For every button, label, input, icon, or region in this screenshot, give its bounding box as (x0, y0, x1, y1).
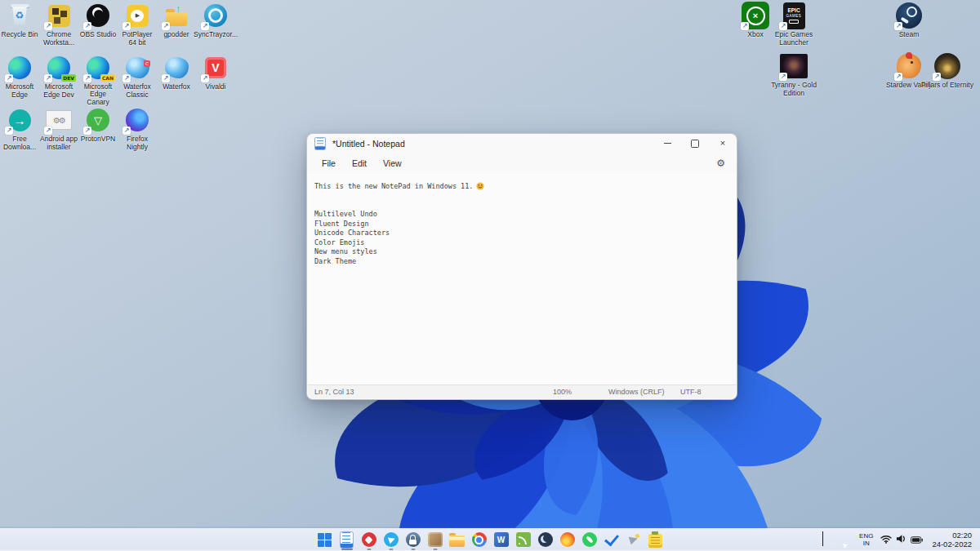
taskbar-item-vault[interactable] (424, 528, 446, 551)
taskbar-item-telegram[interactable] (380, 528, 402, 551)
desktop-icon-label: gpodder (163, 31, 189, 39)
desktop-left-icons: ♻Recycle Bin↗Chrome Worksta...↗OBS Studi… (0, 2, 235, 158)
desktop-icon-label: Microsoft Edge (0, 83, 39, 99)
line-text: Color Emojis (314, 238, 364, 247)
shortcut-arrow-icon: ↗ (122, 74, 131, 82)
notepad-statusbar: Ln 7, Col 13 100% Windows (CRLF) UTF-8 (308, 384, 736, 398)
taskbar-item-keepass[interactable] (402, 528, 424, 551)
notepad-window: *Untitled - Notepad × FileEditView ⚙ Thi… (306, 133, 737, 400)
notepad-titlebar[interactable]: *Untitled - Notepad × (307, 134, 737, 153)
feed-icon (514, 530, 533, 549)
desktop-icon-firefox-nightly[interactable]: ↗Firefox Nightly (118, 106, 157, 158)
desktop-icon-tyranny-gold-edition[interactable]: ↗Tyranny - Gold Edition (765, 52, 822, 97)
zoom-level[interactable]: 100% (553, 388, 572, 396)
battery-icon[interactable] (911, 532, 923, 547)
desktop-icon-android-app-installer[interactable]: ⚙⚙↗Android app installer (39, 106, 78, 158)
menu-view[interactable]: View (375, 156, 410, 171)
steam-icon: ↗ (895, 2, 923, 29)
word-icon: W (492, 530, 511, 549)
taskbar-item-chrome[interactable] (468, 528, 490, 551)
desktop-icon-recycle-bin[interactable]: ♻Recycle Bin (0, 2, 39, 54)
keepass-icon (403, 530, 423, 549)
desktop-icon-microsoft-edge[interactable]: ↗Microsoft Edge (0, 54, 39, 106)
edge-canary-icon: CAN↗ (84, 54, 112, 82)
desktop-icon-label: Recycle Bin (2, 31, 38, 39)
desktop-icon-microsoft-edge-dev[interactable]: DEV↗Microsoft Edge Dev (39, 54, 78, 106)
clock-time: 02:20 (952, 531, 972, 540)
shortcut-arrow-icon: ↗ (162, 22, 170, 30)
chevron-up-icon[interactable] (822, 532, 823, 547)
desktop-icon-chrome-worksta[interactable]: ↗Chrome Worksta... (39, 2, 78, 54)
desktop-icon-label: Waterfox Classic (118, 83, 157, 99)
shortcut-arrow-icon: ↗ (44, 127, 52, 135)
desktop-icon-free-downloa[interactable]: →↗Free Downloa... (0, 106, 39, 158)
desktop-icon-label: Android app installer (39, 136, 78, 151)
shortcut-arrow-icon: ↗ (741, 22, 749, 30)
wifi-icon[interactable] (880, 532, 892, 547)
language-indicator[interactable]: ENG IN (859, 532, 873, 547)
encoding[interactable]: UTF-8 (680, 388, 702, 396)
firefox-nightly-icon: ↗ (123, 106, 151, 134)
taskbar-item-share[interactable] (622, 528, 644, 551)
running-indicator (389, 549, 393, 551)
whatsapp-icon (580, 530, 599, 549)
desktop-icon-potplayer-64-bit[interactable]: ▶↗PotPlayer 64 bit (118, 2, 157, 54)
notepad-text-line: New menu styles (314, 247, 729, 257)
explorer-icon (448, 530, 467, 549)
taskbar-item-check[interactable] (600, 528, 622, 551)
notepad-icon (337, 530, 357, 549)
taskbar-item-start[interactable] (314, 528, 336, 551)
window-controls: × (653, 134, 737, 153)
taskbar-item-notes[interactable] (644, 528, 666, 551)
desktop-icon-protonvpn[interactable]: ▽↗ProtonVPN (78, 106, 118, 158)
taskbar-item-notepad[interactable] (336, 528, 358, 551)
protonvpn-icon: ▽↗ (84, 106, 112, 134)
desktop-icon-pillars-of-eternity[interactable]: ↗Pillars of Eternity (919, 52, 976, 90)
android-installer-icon: ⚙⚙↗ (45, 106, 73, 134)
notepad-text-area[interactable]: This is the new NotePad in Windows 11. M… (308, 173, 736, 385)
maximize-button[interactable] (681, 134, 709, 153)
system-status-icons[interactable] (880, 532, 923, 547)
taskbar-item-word[interactable]: W (490, 528, 512, 551)
desktop-icon-gpodder[interactable]: ↑↗gpodder (157, 2, 196, 54)
cursor-position: Ln 7, Col 13 (314, 388, 354, 396)
taskbar-item-red-app[interactable] (358, 528, 380, 551)
notepad-text-line (314, 200, 729, 210)
desktop-icon-vivaldi[interactable]: V↗Vivaldi (196, 54, 235, 106)
line-text: New menu styles (314, 247, 377, 256)
desktop-icon-microsoft-edge-canary[interactable]: CAN↗Microsoft Edge Canary (78, 54, 118, 106)
desktop-icon-epic-games-launcher[interactable]: EPICGAMES↗Epic Games Launcher (765, 2, 822, 47)
clock[interactable]: 02:20 24-02-2022 (932, 531, 972, 549)
line-text: This is the new NotePad in Windows 11. (314, 182, 473, 190)
volume-icon[interactable] (896, 532, 906, 547)
desktop-icon-waterfox[interactable]: ↗Waterfox (157, 54, 196, 106)
desktop-icon-label: Free Downloa... (0, 136, 39, 151)
maximize-icon (691, 140, 699, 148)
notepad-text-line: Color Emojis (314, 238, 729, 247)
minimize-button[interactable] (653, 134, 681, 153)
close-button[interactable]: × (709, 134, 737, 153)
settings-gear-icon[interactable]: ⚙ (711, 158, 730, 169)
desktop-icon-waterfox-classic[interactable]: C↗Waterfox Classic (118, 54, 157, 106)
desktop-icon-obs-studio[interactable]: ↗OBS Studio (78, 2, 118, 54)
start-icon (315, 530, 335, 549)
notepad-text-line (314, 191, 729, 201)
menu-file[interactable]: File (314, 156, 344, 171)
taskbar-center: W (314, 528, 666, 551)
desktop-icon-label: Steam (899, 31, 920, 39)
taskbar-item-explorer[interactable] (446, 528, 468, 551)
desktop-icon-steam[interactable]: ↗Steam (880, 2, 938, 39)
synctrayzor-icon: ↗ (202, 2, 229, 29)
epic-icon: EPICGAMES↗ (780, 2, 808, 29)
menu-edit[interactable]: Edit (344, 156, 375, 171)
line-ending[interactable]: Windows (CRLF) (608, 388, 665, 396)
taskbar-item-chat[interactable] (534, 528, 556, 551)
taskbar-item-firefox[interactable] (556, 528, 578, 551)
taskbar-item-feed[interactable] (512, 528, 534, 551)
desktop-icon-label: SyncTrayzor... (194, 31, 238, 39)
system-tray: ENG IN 02:20 24-02-2022 (822, 528, 980, 551)
desktop-icon-synctrayzor[interactable]: ↗SyncTrayzor... (196, 2, 235, 54)
taskbar-item-whatsapp[interactable] (578, 528, 600, 551)
desktop-icon-label: Chrome Worksta... (39, 31, 78, 47)
waterfox-icon: ↗ (163, 54, 190, 82)
